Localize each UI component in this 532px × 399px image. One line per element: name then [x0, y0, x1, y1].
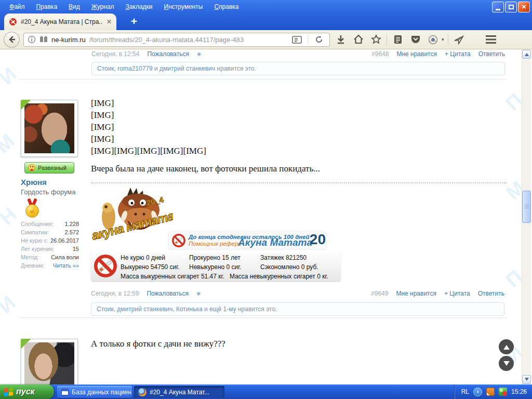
tray-antivirus-icon[interactable] [499, 388, 507, 396]
liker-link[interactable]: Стоик [97, 65, 114, 72]
stat-label: Сообщения: [21, 221, 54, 227]
quote-link[interactable]: + Цитата [445, 50, 471, 58]
like-link[interactable]: Мне нравится [396, 50, 437, 58]
stat-row: Лет курения:15 [21, 246, 79, 254]
home-icon[interactable] [351, 33, 365, 47]
permalink-icon[interactable]: ✱ [196, 291, 201, 297]
site-info-icon[interactable] [28, 35, 36, 44]
post-9649: Развязный Хрюня Гордость форума ☝ Сообще… [18, 96, 507, 318]
site-identity-icon[interactable] [39, 36, 48, 43]
referee-brand: Акуна Матата [238, 237, 312, 248]
system-tray: RL ‹ 15:26 [454, 384, 532, 399]
hide-icons-chevron[interactable]: ‹ [473, 388, 482, 396]
menu-help[interactable]: Справка [209, 2, 244, 12]
post-number[interactable]: #9648 [371, 50, 389, 58]
language-indicator[interactable]: RL [461, 388, 469, 395]
send-tab-icon[interactable] [452, 33, 466, 47]
reader-mode-icon[interactable] [290, 33, 304, 47]
more-likers-link[interactable]: ещё 1-му [209, 305, 236, 313]
liker-link[interactable]: roma210779 [117, 65, 152, 72]
scrollbar-thumb[interactable] [522, 191, 531, 223]
firefox-icon [138, 388, 147, 396]
reply-link[interactable]: Ответить [478, 290, 504, 297]
start-button[interactable]: пуск [0, 384, 54, 399]
scroll-to-bottom-button[interactable] [499, 356, 514, 371]
diary-read-link[interactable]: Читать »» [53, 262, 79, 269]
medal-coin: ☝ [25, 204, 39, 218]
down-arrow-icon [503, 361, 510, 369]
stat-label: Не курю с: [21, 237, 48, 244]
reload-icon[interactable] [312, 33, 326, 47]
username-link[interactable]: Хрюня [21, 178, 47, 187]
taskbar: пуск База данных пациен... #20_4 Акуна М… [0, 384, 532, 399]
window-restore-button[interactable] [505, 2, 517, 12]
menu-bookmarks[interactable]: Закладки [121, 2, 158, 12]
app-window-icon [61, 389, 69, 395]
permalink-icon[interactable]: ✱ [197, 51, 201, 57]
post-9649-likes-bar: Стоик, дмитрий станкевич, Котинька и ещё… [91, 302, 504, 316]
img-placeholder: [IMG] [91, 97, 206, 109]
reply-link[interactable]: Ответить [478, 50, 505, 58]
stat-row: Не курю с:26.06.2017 [21, 237, 79, 246]
liker-link[interactable]: дмитрий станкевич [117, 305, 172, 313]
referee-banner: До конца стодневки осталось 100 дней Пом… [169, 232, 326, 249]
report-link[interactable]: Пожаловаться [147, 50, 189, 58]
taskbar-button-database[interactable]: База данных пациен... [57, 386, 132, 398]
tray-app-icon[interactable] [486, 388, 495, 396]
taskbar-button-firefox[interactable]: #20_4 Акуна Матат... [134, 386, 224, 398]
message-text: Вчера была на даче наконец, вот фоточки … [91, 163, 320, 175]
post-9649-footer: Сегодня, в 12:59 Пожаловаться ✱ #9649 Мн… [91, 290, 504, 297]
menu-view[interactable]: Вид [63, 2, 85, 12]
up-arrow-icon [503, 342, 510, 350]
stat-value: 1.228 [64, 221, 79, 227]
url-bar[interactable]: ne-kurim.ru/forum/threads/20_4-akuna-mat… [23, 33, 330, 47]
download-icon[interactable] [334, 33, 348, 47]
url-domain: ne-kurim.ru [51, 36, 86, 44]
scrollbar-up-button[interactable] [522, 50, 531, 59]
scrollbar-down-button[interactable] [522, 375, 531, 384]
window-minimize-button[interactable] [492, 2, 504, 12]
new-tab-button[interactable]: + [125, 15, 143, 29]
online-indicator [21, 100, 31, 110]
smoke-stat: Масса выкуренных сигарет 51.47 кг. [121, 273, 224, 280]
restore-icon [509, 5, 514, 9]
stat-value: 26.06.2017 [50, 237, 79, 244]
menu-file[interactable]: Файл [4, 2, 30, 12]
menu-history[interactable]: Журнал [86, 2, 119, 12]
start-label: пуск [16, 387, 35, 396]
page-viewport: И М Н И П М П И Сегодня, в 12:54 Пожалов… [0, 49, 532, 384]
liker-link[interactable]: Котинька [176, 305, 203, 313]
bookmarks-panel-icon[interactable] [391, 33, 405, 47]
bookmark-star-icon[interactable] [369, 33, 383, 47]
liker-link[interactable]: дмитрий станкевич [159, 65, 215, 72]
account-caret-icon[interactable]: ▾ [442, 37, 444, 42]
img-placeholder: [IMG] [91, 133, 206, 145]
scroll-to-top-button[interactable] [499, 339, 514, 354]
minimize-icon [496, 9, 500, 10]
window-close-button[interactable]: ✕ [518, 2, 530, 12]
tab-close-icon[interactable]: ✕ [107, 18, 112, 25]
avatar[interactable] [21, 100, 78, 157]
likes-text: и [153, 65, 159, 72]
report-link[interactable]: Пожаловаться [147, 290, 189, 297]
pocket-icon[interactable] [408, 33, 422, 47]
post-number[interactable]: #9649 [371, 290, 388, 297]
browser-tab[interactable]: #20_4 Акуна Матата | Стра... ✕ [4, 14, 116, 30]
menu-edit[interactable]: Правка [31, 2, 63, 12]
menu-hamburger-icon[interactable] [484, 33, 498, 47]
back-button[interactable] [4, 32, 20, 48]
browser-titlebar: Файл Правка Вид Журнал Закладки Инструме… [0, 0, 532, 30]
post-9648-likes-bar: Стоик, roma210779 и дмитрий станкевич нр… [91, 62, 505, 75]
vertical-scrollbar[interactable] [522, 49, 531, 384]
avatar[interactable] [21, 339, 78, 384]
img-placeholder: [IMG] [91, 109, 206, 121]
watermark-letter: И [0, 291, 20, 317]
like-link[interactable]: Мне нравится [396, 290, 436, 297]
account-icon[interactable] [426, 33, 440, 47]
stat-row: Дневник:Читать »» [21, 262, 79, 271]
toolbar-divider [387, 34, 387, 46]
user-badge[interactable]: Развязный [24, 162, 74, 174]
quote-link[interactable]: + Цитата [444, 290, 470, 297]
menu-tools[interactable]: Инструменты [159, 2, 208, 12]
liker-link[interactable]: Стоик [97, 305, 114, 313]
